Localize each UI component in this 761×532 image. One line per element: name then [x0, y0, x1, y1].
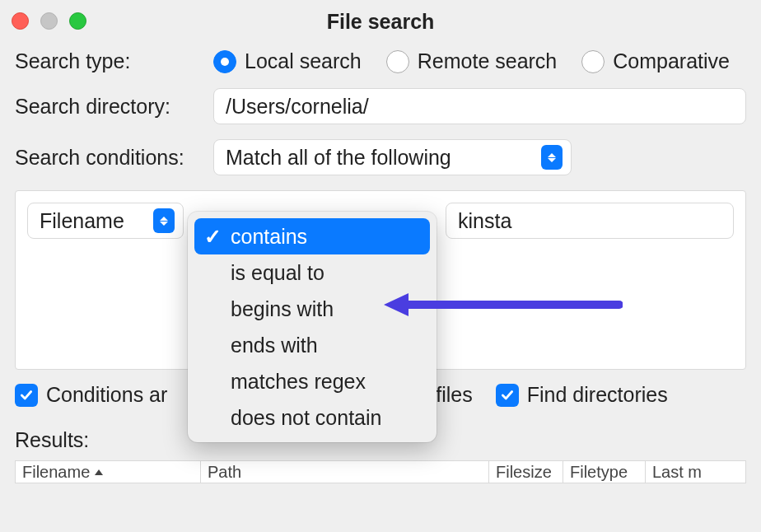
radio-local-search[interactable]: Local search — [213, 49, 362, 73]
select-value: Filename — [40, 209, 124, 233]
column-label: Filename — [22, 463, 90, 482]
window-title: File search — [327, 10, 435, 34]
search-type-label: Search type: — [15, 49, 200, 73]
checkbox-conditions-ar[interactable]: Conditions ar — [15, 383, 167, 407]
radio-label: Comparative — [613, 49, 730, 73]
column-header-filesize[interactable]: Filesize — [489, 461, 563, 483]
minimize-icon[interactable] — [40, 12, 58, 30]
search-conditions-label: Search conditions: — [15, 146, 200, 170]
value-input[interactable] — [446, 203, 734, 239]
radio-label: Remote search — [418, 49, 558, 73]
operator-dropdown: contains is equal to begins with ends wi… — [188, 212, 437, 442]
chevron-up-down-icon — [153, 208, 175, 233]
column-header-path[interactable]: Path — [201, 461, 489, 483]
close-icon[interactable] — [12, 12, 29, 30]
checkbox-icon — [496, 384, 519, 407]
conditions-mode-select[interactable]: Match all of the following — [213, 139, 572, 175]
files-label: files — [436, 383, 472, 407]
radio-icon — [581, 50, 605, 73]
dropdown-item-label: is equal to — [231, 261, 324, 285]
dropdown-item-ends-with[interactable]: ends with — [194, 327, 430, 363]
checkbox-label: Conditions ar — [46, 383, 167, 407]
search-type-radio-group: Local search Remote search Comparative — [213, 49, 730, 73]
column-label: Path — [208, 463, 241, 482]
checkbox-find-directories[interactable]: Find directories — [496, 383, 668, 407]
column-header-filename[interactable]: Filename — [16, 461, 201, 483]
column-header-filetype[interactable]: Filetype — [563, 461, 646, 483]
radio-icon — [213, 50, 236, 73]
search-directory-label: Search directory: — [15, 95, 200, 119]
checkbox-icon — [15, 384, 38, 407]
search-type-row: Search type: Local search Remote search … — [15, 49, 746, 73]
dropdown-item-is-equal-to[interactable]: is equal to — [194, 254, 430, 291]
radio-label: Local search — [245, 49, 362, 73]
dropdown-item-label: does not contain — [231, 406, 381, 430]
chevron-up-down-icon — [541, 145, 563, 170]
search-directory-input[interactable] — [213, 88, 746, 124]
column-header-last-m[interactable]: Last m — [646, 461, 745, 483]
dropdown-item-label: matches regex — [231, 370, 366, 394]
dropdown-item-contains[interactable]: contains — [194, 218, 430, 254]
radio-remote-search[interactable]: Remote search — [386, 49, 558, 73]
radio-icon — [386, 50, 409, 73]
maximize-icon[interactable] — [69, 12, 86, 30]
sort-ascending-icon — [95, 469, 103, 475]
dropdown-item-label: ends with — [231, 334, 318, 357]
dropdown-item-begins-with[interactable]: begins with — [194, 291, 430, 327]
column-label: Filesize — [496, 463, 552, 482]
traffic-lights — [12, 12, 86, 30]
checkbox-label: Find directories — [527, 383, 668, 407]
column-label: Last m — [652, 463, 702, 482]
column-label: Filetype — [570, 463, 628, 482]
dropdown-item-does-not-contain[interactable]: does not contain — [194, 399, 430, 436]
radio-comparative[interactable]: Comparative — [581, 49, 730, 73]
dropdown-item-label: begins with — [231, 297, 334, 321]
search-directory-row: Search directory: — [15, 88, 746, 124]
search-conditions-row: Search conditions: Match all of the foll… — [15, 139, 746, 175]
dropdown-item-label: contains — [231, 225, 307, 249]
select-value: Match all of the following — [226, 146, 451, 170]
results-table-header: Filename Path Filesize Filetype Last m — [15, 460, 746, 483]
field-select[interactable]: Filename — [27, 203, 184, 239]
titlebar: File search — [0, 0, 761, 41]
dropdown-item-matches-regex[interactable]: matches regex — [194, 363, 430, 399]
